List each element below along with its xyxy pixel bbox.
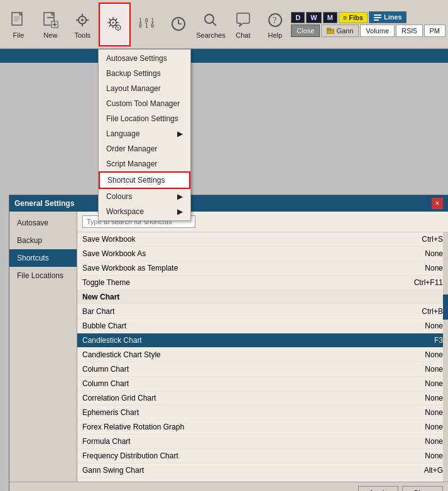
shortcut-row-frequency-dist[interactable]: Frequency Distribution ChartNone	[77, 449, 448, 463]
row-label: Save Workbook as Template	[82, 264, 393, 272]
badge-m[interactable]: M	[323, 12, 337, 23]
svg-line-35	[212, 22, 216, 26]
menu-item-order[interactable]: Order Manager	[99, 141, 190, 156]
shortcut-row-kagi-chart[interactable]: Kagi ChartNone	[77, 478, 448, 482]
toolbar-chat-label: Chat	[236, 31, 250, 39]
shortcut-row-save-workbook-template[interactable]: Save Workbook as TemplateNone	[77, 261, 448, 276]
toolbar-data-button[interactable]: 1 0 1 0 1 0	[131, 3, 163, 46]
menu-item-workspace[interactable]: Workspace ▶	[99, 204, 190, 219]
shortcut-row-save-workbook-as[interactable]: Save Workbook AsNone	[77, 247, 448, 261]
toolbar-chat-button[interactable]: Chat	[227, 3, 259, 46]
toolbar-file-button[interactable]: File	[3, 3, 35, 46]
submenu-arrow-workspace: ▶	[177, 207, 183, 216]
shortcut-row-toggle-theme[interactable]: Toggle ThemeCtrl+F11	[77, 276, 448, 290]
scrollbar-track[interactable]	[443, 232, 448, 482]
menu-item-file-location[interactable]: File Location Settings	[99, 111, 190, 126]
toolbar-right: D W M ≡ Fibs Lines Close Gann Volume RSI…	[291, 11, 445, 37]
badge-w[interactable]: W	[306, 12, 321, 23]
shortcut-row-new-chart[interactable]: New Chart	[77, 290, 448, 305]
toolbar-settings-button[interactable]	[99, 3, 131, 46]
svg-point-12	[81, 19, 84, 21]
row-label: Ephemeris Chart	[82, 408, 393, 417]
toolbar-help-label: Help	[268, 31, 283, 39]
menu-item-custom-tool[interactable]: Custom Tool Manager	[99, 96, 190, 111]
shortcut-row-bar-chart[interactable]: Bar ChartCtrl+B	[77, 305, 448, 319]
svg-point-34	[205, 14, 214, 23]
menu-item-colours[interactable]: Colours ▶	[99, 189, 190, 204]
row-shortcut: None	[393, 350, 443, 359]
gann-button[interactable]: Gann	[321, 24, 359, 37]
row-shortcut: None	[393, 408, 443, 417]
shortcut-row-gann-swing[interactable]: Gann Swing ChartAlt+G	[77, 463, 448, 478]
menu-item-script[interactable]: Script Manager	[99, 156, 190, 171]
toolbar-help-button[interactable]: ? Help	[259, 3, 291, 46]
toolbar-file-label: File	[13, 31, 25, 39]
menu-item-autosave[interactable]: Autosave Settings	[99, 51, 190, 66]
row-label: Formula Chart	[82, 437, 393, 446]
dialog-close-button[interactable]: ×	[432, 198, 443, 209]
row-shortcut: None	[393, 480, 443, 482]
file-icon	[8, 10, 28, 30]
shortcuts-table: Save WorkbookCtrl+SSave Workbook AsNoneS…	[77, 232, 448, 482]
svg-line-25	[116, 18, 117, 20]
svg-line-26	[109, 24, 111, 26]
badge-fibs[interactable]: ≡ Fibs	[339, 12, 368, 23]
row-shortcut: None	[393, 423, 443, 431]
row-label: Candlestick Chart Style	[82, 350, 393, 359]
shortcut-row-formula-chart[interactable]: Formula ChartNone	[77, 434, 448, 449]
shortcut-row-bubble-chart[interactable]: Bubble ChartNone	[77, 319, 448, 333]
row-shortcut: Ctrl+S	[393, 235, 443, 244]
row-shortcut: None	[393, 379, 443, 388]
sidebar-item-shortcuts[interactable]: Shortcuts	[9, 249, 77, 267]
sidebar-item-backup[interactable]: Backup	[9, 232, 77, 249]
svg-rect-42	[327, 28, 331, 30]
dialog-title: General Settings	[14, 199, 74, 208]
shortcut-row-candlestick-chart[interactable]: Candlestick ChartF3	[77, 333, 448, 348]
pm-button[interactable]: PM	[424, 24, 446, 37]
toolbar-tools-label: Tools	[74, 31, 90, 39]
row-label: Frequency Distribution Chart	[82, 451, 393, 460]
toolbar-clock-button[interactable]	[163, 3, 195, 46]
dialog-content: Save WorkbookCtrl+SSave Workbook AsNoneS…	[77, 212, 448, 482]
rsi5-button[interactable]: RSI5	[396, 24, 422, 37]
row-shortcut: None	[393, 249, 443, 258]
tools-dropdown-menu: Autosave Settings Backup Settings Layout…	[98, 49, 191, 221]
shortcut-row-correlation-grid[interactable]: Correlation Grid ChartNone	[77, 391, 448, 406]
toolbar-searches-label: Searches	[196, 31, 225, 39]
volume-button[interactable]: Volume	[360, 24, 395, 37]
shortcut-row-save-workbook[interactable]: Save WorkbookCtrl+S	[77, 232, 448, 247]
submenu-arrow-colours: ▶	[177, 192, 183, 201]
submenu-arrow-language: ▶	[177, 129, 183, 138]
row-label: Bar Chart	[82, 307, 393, 316]
sidebar-item-autosave[interactable]: Autosave	[9, 214, 77, 232]
badge-d[interactable]: D	[291, 12, 305, 23]
toolbar: File New Tools	[0, 0, 448, 49]
row-shortcut: None	[393, 365, 443, 374]
sidebar-item-file-locations[interactable]: File Locations	[9, 267, 77, 284]
row-shortcut: None	[393, 437, 443, 446]
shortcut-row-candlestick-chart-style[interactable]: Candlestick Chart StyleNone	[77, 348, 448, 362]
row-label: Kagi Chart	[82, 480, 393, 482]
svg-text:?: ?	[273, 16, 276, 25]
toolbar-tools-button[interactable]: Tools	[67, 3, 99, 46]
menu-item-backup[interactable]: Backup Settings	[99, 66, 190, 81]
dialog-body: Autosave Backup Shortcuts File Locations…	[9, 212, 448, 482]
badge-lines[interactable]: Lines	[369, 11, 407, 23]
shortcut-row-ephemeris[interactable]: Ephemeris ChartNone	[77, 406, 448, 420]
menu-item-language[interactable]: Language ▶	[99, 126, 190, 141]
tools-icon	[72, 10, 92, 30]
data-icon: 1 0 1 0 1 0	[136, 14, 156, 34]
row-label: Candlestick Chart	[82, 336, 393, 345]
toolbar-new-button[interactable]: New	[35, 3, 67, 46]
apply-button[interactable]: Apply	[358, 486, 398, 491]
close-button[interactable]: Close	[291, 24, 320, 37]
menu-item-layout[interactable]: Layout Manager	[99, 81, 190, 96]
shortcut-row-forex-relative[interactable]: Forex Relative Rotation GraphNone	[77, 420, 448, 434]
toolbar-searches-button[interactable]: Searches	[194, 3, 227, 46]
scrollbar-thumb[interactable]	[443, 294, 448, 320]
shortcut-row-column-chart-1[interactable]: Column ChartNone	[77, 362, 448, 377]
shortcut-row-column-chart-2[interactable]: Column ChartNone	[77, 377, 448, 391]
menu-item-shortcut[interactable]: Shortcut Settings	[99, 171, 190, 189]
dialog-footer-close-button[interactable]: Close	[402, 486, 443, 491]
row-label: Forex Relative Rotation Graph	[82, 423, 393, 431]
